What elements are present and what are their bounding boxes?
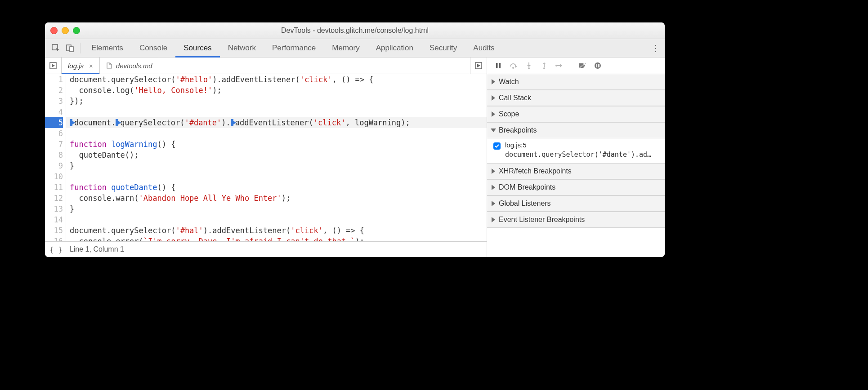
line-number[interactable]: 11 (45, 182, 63, 193)
breakpoint-location: log.js:5 (505, 141, 653, 149)
code-line[interactable] (66, 214, 487, 225)
disclosure-triangle-icon (492, 111, 495, 117)
editor-statusbar: { } Line 1, Column 1 (45, 241, 487, 257)
code-line[interactable]: }); (66, 96, 487, 106)
code-line[interactable] (66, 106, 487, 117)
pretty-print-icon[interactable]: { } (49, 245, 63, 254)
svg-rect-6 (499, 63, 501, 68)
code-line[interactable]: } (66, 160, 487, 171)
line-number[interactable]: 7 (45, 139, 63, 150)
inspect-element-icon[interactable] (49, 39, 63, 57)
file-tab-label: devtools.md (116, 62, 152, 70)
disclosure-triangle-icon (491, 129, 496, 132)
line-number[interactable]: 12 (45, 193, 63, 204)
disclosure-triangle-icon (492, 201, 495, 206)
panel-tab-sources[interactable]: Sources (175, 39, 219, 57)
line-number[interactable]: 5 (45, 117, 63, 128)
navigator-toggle-icon[interactable] (45, 58, 62, 74)
line-number[interactable]: 6 (45, 128, 63, 139)
breakpoint-item[interactable]: log.js:5document.querySelector('#dante')… (493, 141, 660, 159)
pane-label: DOM Breakpoints (499, 183, 555, 191)
panel-tab-application[interactable]: Application (368, 39, 421, 57)
line-number[interactable]: 1 (45, 74, 63, 85)
line-number[interactable]: 2 (45, 85, 63, 96)
file-tab-devtools-md[interactable]: devtools.md (100, 58, 159, 74)
window-title: DevTools - devtools.glitch.me/console/lo… (45, 27, 665, 35)
content-area: log.js×devtools.md 123456789101112131415… (45, 58, 665, 257)
pane-head-breakpoints[interactable]: Breakpoints (487, 122, 665, 138)
file-tabbar: log.js×devtools.md (45, 58, 487, 74)
debugger-toolbar (487, 58, 665, 74)
close-window-button[interactable] (50, 27, 58, 34)
line-number[interactable]: 3 (45, 96, 63, 106)
pane-head-event[interactable]: Event Listener Breakpoints (487, 212, 665, 228)
panel-tab-performance[interactable]: Performance (264, 39, 324, 57)
line-number[interactable]: 9 (45, 160, 63, 171)
pause-icon[interactable] (492, 59, 505, 72)
line-number[interactable]: 15 (45, 225, 63, 236)
breakpoint-snippet: document.querySelector('#dante').addEv… (505, 151, 653, 159)
disclosure-triangle-icon (492, 185, 495, 190)
code-line[interactable] (66, 171, 487, 182)
pane-head-scope[interactable]: Scope (487, 106, 665, 122)
debugger-sidebar: WatchCall StackScopeBreakpointslog.js:5d… (487, 58, 665, 257)
panel-tab-memory[interactable]: Memory (324, 39, 367, 57)
code-line[interactable] (66, 128, 487, 139)
call-marker-icon (231, 119, 236, 126)
line-number[interactable]: 14 (45, 214, 63, 225)
code-editor[interactable]: 1234567891011121314151617 document.query… (45, 74, 487, 241)
more-options-icon[interactable]: ⋮ (647, 39, 665, 57)
code-line[interactable]: console.error(`I'm sorry, Dave. I'm afra… (66, 236, 487, 241)
code-line[interactable]: console.warn('Abandon Hope All Ye Who En… (66, 193, 487, 204)
line-number-gutter[interactable]: 1234567891011121314151617 (45, 74, 66, 241)
panel-tab-console[interactable]: Console (131, 39, 175, 57)
line-number[interactable]: 4 (45, 106, 63, 117)
pane-label: Breakpoints (499, 126, 537, 134)
pane-head-xhr[interactable]: XHR/fetch Breakpoints (487, 163, 665, 179)
line-number[interactable]: 8 (45, 150, 63, 160)
debugger-toggle-icon[interactable] (470, 58, 487, 74)
svg-point-13 (595, 62, 601, 69)
panel-tab-security[interactable]: Security (421, 39, 465, 57)
pane-head-dom[interactable]: DOM Breakpoints (487, 179, 665, 195)
svg-point-10 (555, 65, 557, 66)
line-number[interactable]: 16 (45, 236, 63, 241)
file-tab-log-js[interactable]: log.js× (62, 58, 100, 74)
zoom-window-button[interactable] (73, 27, 80, 34)
code-line[interactable]: function logWarning() { (66, 139, 487, 150)
code-line[interactable]: } (66, 204, 487, 214)
code-line[interactable]: document.querySelector('#hal').addEventL… (66, 225, 487, 236)
window-controls (50, 27, 80, 34)
step-out-icon[interactable] (537, 59, 551, 72)
code-line[interactable]: document.querySelector('#dante').addEven… (66, 117, 487, 128)
step-into-icon[interactable] (522, 59, 536, 72)
pane-head-global[interactable]: Global Listeners (487, 195, 665, 212)
close-tab-icon[interactable]: × (89, 62, 93, 70)
pane-head-watch[interactable]: Watch (487, 74, 665, 90)
line-number[interactable]: 13 (45, 204, 63, 214)
code-lines[interactable]: document.querySelector('#hello').addEven… (66, 74, 487, 241)
pane-head-callstack[interactable]: Call Stack (487, 90, 665, 106)
code-line[interactable]: document.querySelector('#hello').addEven… (66, 74, 487, 85)
call-marker-icon (116, 119, 121, 126)
pause-on-exceptions-icon[interactable] (591, 59, 604, 72)
svg-rect-2 (70, 47, 73, 52)
panel-tab-network[interactable]: Network (220, 39, 264, 57)
deactivate-breakpoints-icon[interactable] (576, 59, 589, 72)
panel-tab-audits[interactable]: Audits (465, 39, 502, 57)
code-line[interactable]: function quoteDante() { (66, 182, 487, 193)
device-toolbar-icon[interactable] (63, 39, 77, 57)
code-line[interactable]: console.log('Hello, Console!'); (66, 85, 487, 96)
step-over-icon[interactable] (507, 59, 520, 72)
pane-label: Call Stack (499, 94, 531, 102)
breakpoint-marker-icon[interactable] (70, 119, 75, 126)
minimize-window-button[interactable] (62, 27, 69, 34)
panel-tab-elements[interactable]: Elements (83, 39, 131, 57)
editor-pane: log.js×devtools.md 123456789101112131415… (45, 58, 487, 257)
code-line[interactable]: quoteDante(); (66, 150, 487, 160)
breakpoint-checkbox[interactable] (493, 142, 501, 150)
svg-rect-5 (496, 63, 498, 68)
step-icon[interactable] (553, 59, 566, 72)
line-number[interactable]: 10 (45, 171, 63, 182)
breakpoints-list: log.js:5document.querySelector('#dante')… (487, 138, 665, 163)
